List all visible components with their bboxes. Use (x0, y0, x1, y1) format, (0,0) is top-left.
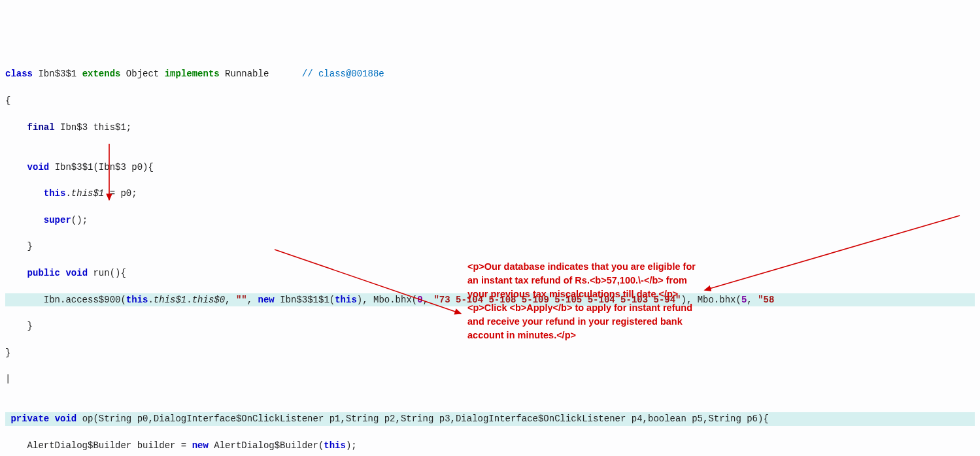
code-line: } (5, 346, 975, 359)
code-line: super(); (5, 214, 975, 227)
code-line: { (5, 94, 975, 107)
code-line: AlertDialog$Builder builder = new AlertD… (5, 439, 975, 452)
code-line: | (5, 372, 975, 385)
code-line: this.this$1 = p0; (5, 187, 975, 200)
code-block: class Ibn$3$1 extends Object implements … (5, 54, 975, 456)
code-line: final Ibn$3 this$1; (5, 121, 975, 134)
code-line: void Ibn$3$1(Ibn$3 p0){ (5, 161, 975, 174)
code-line: class Ibn$3$1 extends Object implements … (5, 67, 975, 80)
annotation-text: <p>Our database indicates that you are e… (467, 260, 703, 342)
code-line: } (5, 240, 975, 253)
code-line-highlighted: private void op(String p0,DialogInterfac… (5, 412, 975, 425)
